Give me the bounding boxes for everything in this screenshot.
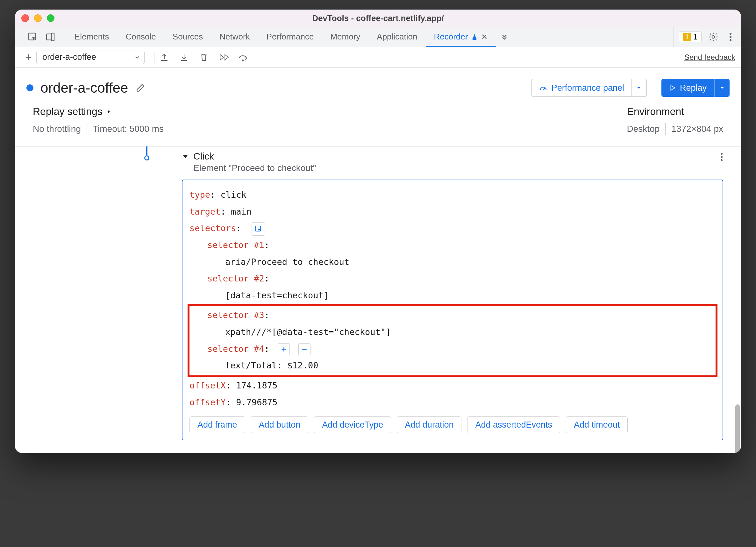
svg-point-10 xyxy=(721,159,723,161)
selector1-value[interactable]: aria/Proceed to checkout xyxy=(225,257,349,267)
svg-rect-1 xyxy=(46,34,51,40)
svg-point-5 xyxy=(730,36,731,38)
chevron-down-icon xyxy=(134,54,140,60)
chevron-right-icon xyxy=(106,108,111,116)
step-over-icon[interactable] xyxy=(238,52,249,63)
selector2-value[interactable]: [data-test=checkout] xyxy=(225,290,329,300)
step-area: Click Element "Proceed to checkout" type… xyxy=(15,146,741,453)
highlight-annotation: selector #3: xpath///*[@data-test="check… xyxy=(188,304,717,377)
more-menu-icon[interactable] xyxy=(725,32,736,42)
svg-point-3 xyxy=(712,35,715,38)
selector1-key: selector #1 xyxy=(207,240,264,250)
remove-selector-button[interactable]: − xyxy=(298,343,310,355)
replay-button-group: Replay xyxy=(661,79,730,97)
timeout-value: Timeout: 5000 ms xyxy=(93,124,164,134)
add-devicetype-button[interactable]: Add deviceType xyxy=(314,416,391,433)
timeline-dot xyxy=(144,155,149,160)
target-key: target xyxy=(189,207,221,217)
recorder-toolbar: + order-a-coffee xyxy=(15,47,741,67)
add-assertedevents-button[interactable]: Add assertedEvents xyxy=(467,416,560,433)
device-toolbar-icon[interactable] xyxy=(45,32,56,42)
tab-application[interactable]: Application xyxy=(368,27,425,47)
tab-recorder-label: Recorder xyxy=(434,32,468,42)
play-icon xyxy=(669,84,676,91)
step-subtitle: Element "Proceed to checkout" xyxy=(193,163,316,173)
new-recording-button[interactable]: + xyxy=(21,51,36,64)
delete-icon[interactable] xyxy=(198,52,209,63)
toolbar-divider xyxy=(214,52,214,63)
settings-area: Replay settings No throttling Timeout: 5… xyxy=(15,106,741,146)
svg-rect-2 xyxy=(52,33,54,41)
tab-recorder[interactable]: Recorder ✕ xyxy=(426,27,496,47)
vertical-scrollbar[interactable] xyxy=(735,404,740,453)
offsetx-key: offsetX xyxy=(189,380,226,390)
selector4-key: selector #4 xyxy=(207,344,264,354)
recording-select[interactable]: order-a-coffee xyxy=(36,51,145,64)
chevron-down-icon[interactable] xyxy=(182,151,189,160)
tab-console[interactable]: Console xyxy=(117,27,164,47)
tab-elements[interactable]: Elements xyxy=(66,27,117,47)
performance-panel-button[interactable]: Performance panel xyxy=(531,79,631,97)
environment-label: Environment xyxy=(627,106,684,117)
selector3-value[interactable]: xpath///*[@data-test="checkout"] xyxy=(225,327,391,337)
step-details-panel: type: click target: main selectors: sele… xyxy=(182,180,723,440)
recording-title: order-a-coffee xyxy=(40,80,128,96)
type-key: type xyxy=(189,190,210,200)
edit-title-icon[interactable] xyxy=(135,83,146,93)
svg-point-6 xyxy=(730,39,731,41)
issues-badge[interactable]: ! 1 xyxy=(679,32,702,42)
gauge-icon xyxy=(539,83,548,92)
timeline-line xyxy=(146,146,147,155)
offsetx-value[interactable]: 174.1875 xyxy=(236,380,277,390)
svg-point-8 xyxy=(721,153,723,155)
step-more-menu-icon[interactable] xyxy=(720,152,723,162)
offsety-key: offsetY xyxy=(189,397,226,407)
dimensions-value: 1372×804 px xyxy=(671,124,723,134)
flask-icon xyxy=(471,33,478,40)
target-value[interactable]: main xyxy=(231,207,252,217)
export-icon[interactable] xyxy=(159,52,170,63)
issues-count: 1 xyxy=(693,32,697,41)
svg-point-4 xyxy=(730,33,731,35)
svg-point-9 xyxy=(721,156,723,158)
replay-settings-label: Replay settings xyxy=(33,106,103,117)
add-duration-button[interactable]: Add duration xyxy=(397,416,461,433)
close-tab-icon[interactable]: ✕ xyxy=(481,32,488,41)
tab-sources[interactable]: Sources xyxy=(164,27,211,47)
recording-select-value: order-a-coffee xyxy=(42,52,96,62)
performance-panel-dropdown[interactable] xyxy=(631,79,647,97)
recording-status-dot xyxy=(26,84,33,91)
divider xyxy=(665,123,666,135)
add-timeout-button[interactable]: Add timeout xyxy=(566,416,628,433)
import-icon[interactable] xyxy=(179,52,189,63)
add-property-row: Add frame Add button Add deviceType Add … xyxy=(189,416,716,433)
selector4-value[interactable]: text/Total: $12.00 xyxy=(225,360,318,370)
more-tabs-icon[interactable] xyxy=(499,32,510,42)
send-feedback-link[interactable]: Send feedback xyxy=(684,53,735,62)
add-button-button[interactable]: Add button xyxy=(251,416,309,433)
add-frame-button[interactable]: Add frame xyxy=(189,416,245,433)
selector3-key: selector #3 xyxy=(207,310,264,320)
offsety-value[interactable]: 9.796875 xyxy=(236,397,277,407)
replay-button[interactable]: Replay xyxy=(661,79,714,97)
tab-memory[interactable]: Memory xyxy=(322,27,368,47)
selector2-key: selector #2 xyxy=(207,273,264,283)
titlebar: DevTools - coffee-cart.netlify.app/ xyxy=(15,10,741,27)
replay-settings-toggle[interactable]: Replay settings xyxy=(33,106,627,117)
window-title: DevTools - coffee-cart.netlify.app/ xyxy=(15,13,741,23)
tab-network[interactable]: Network xyxy=(211,27,258,47)
add-selector-button[interactable]: + xyxy=(278,343,290,355)
replay-label: Replay xyxy=(680,83,707,93)
settings-gear-icon[interactable] xyxy=(708,32,719,42)
recording-header: order-a-coffee Performance panel Replay xyxy=(15,67,741,106)
element-picker-button[interactable] xyxy=(252,222,265,236)
type-value[interactable]: click xyxy=(221,190,246,200)
warning-icon: ! xyxy=(683,33,691,41)
toolbar-divider xyxy=(154,52,154,63)
environment-heading: Environment xyxy=(627,106,723,117)
step-play-icon[interactable] xyxy=(218,52,229,63)
tab-performance[interactable]: Performance xyxy=(258,27,322,47)
svg-point-7 xyxy=(242,60,244,61)
inspect-element-icon[interactable] xyxy=(27,32,38,42)
replay-dropdown[interactable] xyxy=(714,79,730,97)
